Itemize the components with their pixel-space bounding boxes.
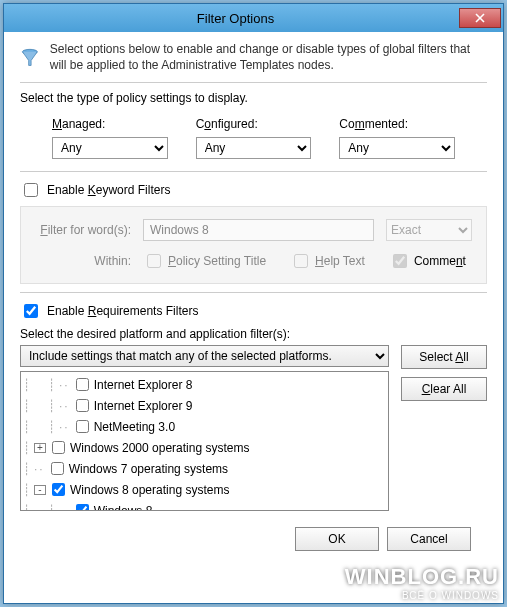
tree-checkbox[interactable]: [76, 378, 89, 391]
keyword-block: Filter for word(s): Exact Within: Policy…: [20, 206, 487, 284]
commented-label: Commented:: [339, 117, 455, 131]
divider: [20, 292, 487, 293]
tree-checkbox[interactable]: [76, 420, 89, 433]
tree-item[interactable]: ┊··Windows 7 operating systems: [23, 458, 386, 479]
intro-text: Select options below to enable and chang…: [50, 42, 487, 74]
select-all-button[interactable]: Select All: [401, 345, 487, 369]
enable-requirements-row[interactable]: Enable Requirements Filters: [20, 301, 487, 321]
tree-item-label: Internet Explorer 9: [94, 399, 193, 413]
tree-item[interactable]: ┊+Windows 2000 operating systems: [23, 437, 386, 458]
expand-icon[interactable]: -: [34, 485, 46, 495]
tree-checkbox[interactable]: [52, 483, 65, 496]
close-button[interactable]: [459, 8, 501, 28]
enable-keyword-checkbox[interactable]: [24, 183, 38, 197]
tree-item-label: Windows 8: [94, 504, 153, 512]
tree-item[interactable]: ┊┊··Windows 8: [23, 500, 386, 511]
tree-item[interactable]: ┊┊··Internet Explorer 8: [23, 374, 386, 395]
window-title: Filter Options: [12, 11, 459, 26]
platform-filter-select[interactable]: Include settings that match any of the s…: [20, 345, 389, 367]
enable-keyword-row[interactable]: Enable Keyword Filters: [20, 180, 487, 200]
tree-item-label: Internet Explorer 8: [94, 378, 193, 392]
help-text-check: Help Text: [290, 251, 365, 271]
configured-label: Configured:: [196, 117, 312, 131]
divider: [20, 82, 487, 83]
expand-icon[interactable]: +: [34, 443, 46, 453]
dialog-footer: OK Cancel: [20, 527, 471, 551]
section1-label: Select the type of policy settings to di…: [20, 91, 487, 105]
enable-keyword-label: Enable Keyword Filters: [47, 183, 170, 197]
dropdown-row: Managed: Any Configured: Any Commented: …: [52, 117, 455, 159]
side-buttons: Select All Clear All: [397, 327, 487, 511]
filter-options-dialog: Filter Options Select options below to e…: [3, 3, 504, 604]
tree-checkbox[interactable]: [52, 441, 65, 454]
tree-checkbox[interactable]: [51, 462, 64, 475]
enable-requirements-checkbox[interactable]: [24, 304, 38, 318]
titlebar: Filter Options: [4, 4, 503, 32]
managed-select[interactable]: Any: [52, 137, 168, 159]
dialog-content: Select options below to enable and chang…: [4, 32, 503, 561]
intro-row: Select options below to enable and chang…: [20, 42, 487, 74]
platform-tree[interactable]: ┊┊··Internet Explorer 8┊┊··Internet Expl…: [20, 371, 389, 511]
within-label: Within:: [35, 254, 131, 268]
funnel-icon: [20, 42, 40, 74]
tree-item-label: Windows 7 operating systems: [69, 462, 228, 476]
tree-item[interactable]: ┊┊··Internet Explorer 9: [23, 395, 386, 416]
requirements-block: Select the desired platform and applicat…: [20, 327, 487, 511]
configured-select[interactable]: Any: [196, 137, 312, 159]
comment-check: Comment: [389, 251, 466, 271]
cancel-button[interactable]: Cancel: [387, 527, 471, 551]
commented-select[interactable]: Any: [339, 137, 455, 159]
policy-title-check: Policy Setting Title: [143, 251, 266, 271]
enable-requirements-label: Enable Requirements Filters: [47, 304, 198, 318]
tree-checkbox[interactable]: [76, 504, 89, 511]
close-icon: [475, 13, 485, 23]
tree-item[interactable]: ┊┊··NetMeeting 3.0: [23, 416, 386, 437]
divider: [20, 171, 487, 172]
tree-item-label: Windows 2000 operating systems: [70, 441, 249, 455]
tree-item[interactable]: ┊-Windows 8 operating systems: [23, 479, 386, 500]
tree-checkbox[interactable]: [76, 399, 89, 412]
ok-button[interactable]: OK: [295, 527, 379, 551]
filter-words-input: [143, 219, 374, 241]
tree-item-label: Windows 8 operating systems: [70, 483, 229, 497]
clear-all-button[interactable]: Clear All: [401, 377, 487, 401]
match-select: Exact: [386, 219, 472, 241]
tree-item-label: NetMeeting 3.0: [94, 420, 175, 434]
filter-for-label: Filter for word(s):: [35, 223, 131, 237]
managed-label: Managed:: [52, 117, 168, 131]
platform-filter-label: Select the desired platform and applicat…: [20, 327, 389, 341]
